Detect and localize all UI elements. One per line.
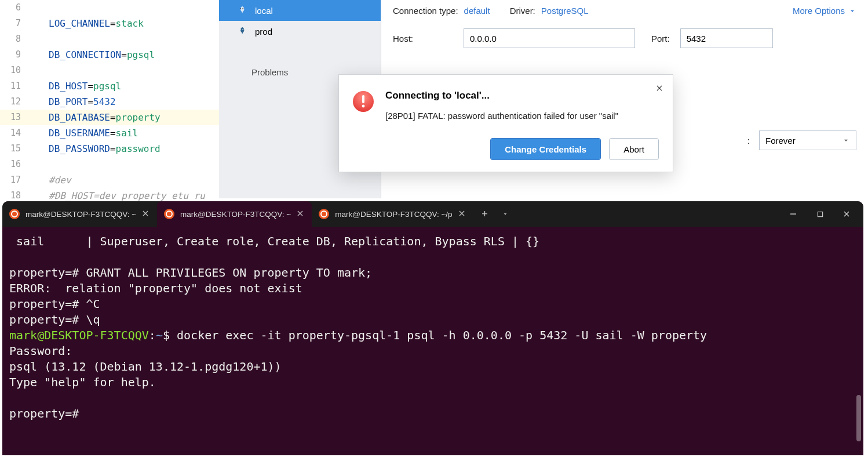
db-connection-local[interactable]: local <box>219 0 381 21</box>
terminal-tab[interactable]: mark@DESKTOP-F3TCQQV: ~ <box>2 201 157 227</box>
code-content: DB_DATABASE=property <box>29 110 219 125</box>
code-editor[interactable]: 67LOG_CHANNEL=stack89DB_CONNECTION=pgsql… <box>0 0 219 198</box>
terminal-tab[interactable]: mark@DESKTOP-F3TCQQV: ~/p <box>312 201 473 227</box>
code-line[interactable]: 10 <box>0 63 219 78</box>
chevron-down-icon <box>842 136 850 144</box>
terminal-tab-title: mark@DESKTOP-F3TCQQV: ~/p <box>335 210 452 219</box>
code-line[interactable]: 15DB_PASSWORD=password <box>0 141 219 157</box>
code-line[interactable]: 7LOG_CHANNEL=stack <box>0 16 219 31</box>
chevron-down-icon <box>502 211 509 217</box>
terminal-tab[interactable]: mark@DESKTOP-F3TCQQV: ~ <box>157 201 312 227</box>
code-line[interactable]: 14DB_USERNAME=sail <box>0 125 219 141</box>
window-controls <box>780 201 860 227</box>
code-content <box>29 0 219 16</box>
abort-button[interactable]: Abort <box>609 138 659 160</box>
port-input[interactable] <box>680 28 773 48</box>
ubuntu-icon <box>164 209 174 219</box>
code-content: LOG_CHANNEL=stack <box>29 16 219 31</box>
more-options-label: More Options <box>793 6 845 16</box>
code-content: DB_HOST=pgsql <box>29 78 219 94</box>
save-duration-value: Forever <box>765 136 796 146</box>
dialog-detail: [28P01] FATAL: password authentication f… <box>385 110 657 122</box>
line-number: 6 <box>0 0 29 16</box>
window-close-button[interactable] <box>833 205 860 223</box>
line-number: 17 <box>0 172 29 188</box>
code-content <box>29 157 219 172</box>
svg-rect-5 <box>362 95 364 103</box>
terminal-output: sail | Superuser, Create role, Create DB… <box>9 234 859 422</box>
code-line[interactable]: 13DB_DATABASE=property <box>0 110 219 125</box>
window-maximize-button[interactable] <box>807 205 833 223</box>
line-number: 16 <box>0 157 29 172</box>
terminal-tab-title: mark@DESKTOP-F3TCQQV: ~ <box>25 210 136 219</box>
line-number: 8 <box>0 31 29 47</box>
more-options-button[interactable]: More Options <box>793 6 856 16</box>
code-line[interactable]: 17#dev <box>0 172 219 188</box>
change-credentials-button[interactable]: Change Credentials <box>490 138 601 160</box>
db-connection-label: prod <box>255 27 272 37</box>
error-icon <box>352 90 375 113</box>
dialog-title: Connecting to 'local'... <box>385 90 657 101</box>
connection-error-dialog: Connecting to 'local'... [28P01] FATAL: … <box>338 74 673 172</box>
code-content: DB_PORT=5432 <box>29 94 219 110</box>
tab-dropdown-button[interactable] <box>497 201 514 227</box>
line-number: 7 <box>0 16 29 31</box>
code-line[interactable]: 6 <box>0 0 219 16</box>
code-line[interactable]: 9DB_CONNECTION=pgsql <box>0 47 219 63</box>
terminal-tabstrip: mark@DESKTOP-F3TCQQV: ~mark@DESKTOP-F3TC… <box>2 201 863 227</box>
code-content <box>29 31 219 47</box>
terminal-tab-title: mark@DESKTOP-F3TCQQV: ~ <box>180 210 291 219</box>
tab-close-button[interactable] <box>142 210 149 219</box>
save-duration-select[interactable]: Forever <box>759 130 856 150</box>
close-icon <box>458 210 465 217</box>
code-content: DB_CONNECTION=pgsql <box>29 47 219 63</box>
dialog-close-button[interactable] <box>653 82 666 95</box>
svg-rect-7 <box>818 212 822 216</box>
code-line[interactable]: 16 <box>0 157 219 172</box>
svg-point-1 <box>242 8 243 9</box>
close-icon <box>142 210 149 217</box>
driver-label: Driver: <box>510 6 535 16</box>
new-tab-button[interactable]: + <box>473 201 497 227</box>
terminal-body[interactable]: sail | Superuser, Create role, Create DB… <box>2 227 863 455</box>
line-number: 15 <box>0 141 29 157</box>
db-connection-label: local <box>255 6 273 16</box>
code-content: DB_USERNAME=sail <box>29 125 219 141</box>
close-icon <box>655 84 663 92</box>
line-number: 10 <box>0 63 29 78</box>
code-content <box>29 63 219 78</box>
postgresql-icon <box>236 26 247 37</box>
code-line[interactable]: 12DB_PORT=5432 <box>0 94 219 110</box>
svg-point-0 <box>240 8 241 9</box>
chevron-down-icon <box>848 7 856 15</box>
code-line[interactable]: 11DB_HOST=pgsql <box>0 78 219 94</box>
ubuntu-icon <box>9 209 20 219</box>
driver-value[interactable]: PostgreSQL <box>541 6 589 16</box>
svg-point-2 <box>240 29 241 30</box>
line-number: 14 <box>0 125 29 141</box>
line-number: 12 <box>0 94 29 110</box>
connection-type-label: Connection type: <box>393 6 458 16</box>
code-content: #dev <box>29 172 219 188</box>
close-icon <box>297 210 304 217</box>
tab-close-button[interactable] <box>297 210 304 219</box>
terminal-window: mark@DESKTOP-F3TCQQV: ~mark@DESKTOP-F3TC… <box>2 201 863 455</box>
line-number: 11 <box>0 78 29 94</box>
window-minimize-button[interactable] <box>780 205 807 223</box>
save-label-suffix: : <box>747 136 750 146</box>
port-label: Port: <box>651 34 670 43</box>
svg-point-6 <box>362 105 365 108</box>
code-content: DB_PASSWORD=password <box>29 141 219 157</box>
host-input[interactable] <box>464 28 635 48</box>
terminal-scrollbar[interactable] <box>856 395 861 441</box>
line-number: 9 <box>0 47 29 63</box>
code-line[interactable]: 8 <box>0 31 219 47</box>
postgresql-icon <box>236 5 247 16</box>
svg-point-3 <box>242 29 243 30</box>
ubuntu-icon <box>319 209 329 219</box>
line-number: 13 <box>0 110 29 125</box>
host-label: Host: <box>393 34 453 43</box>
connection-type-value[interactable]: default <box>464 6 490 16</box>
tab-close-button[interactable] <box>458 210 465 219</box>
db-connection-prod[interactable]: prod <box>219 21 381 42</box>
